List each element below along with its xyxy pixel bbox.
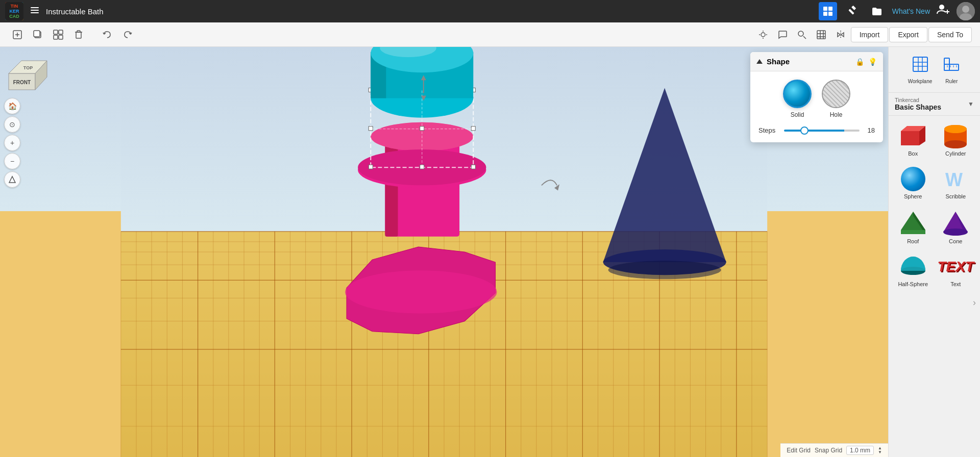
svg-point-34 <box>798 31 803 36</box>
svg-text:TOP: TOP <box>23 65 33 70</box>
svg-rect-171 <box>901 230 925 234</box>
grid-icon-button[interactable] <box>812 26 830 44</box>
svg-point-17 <box>962 6 969 13</box>
svg-point-13 <box>939 5 944 10</box>
shape-item-cylinder[interactable]: Cylinder <box>937 121 975 160</box>
svg-rect-23 <box>34 31 40 37</box>
header-bar: TIN KER CAD Instructable Bath <box>0 0 980 22</box>
svg-rect-136 <box>471 165 475 169</box>
steps-value: 18 <box>865 126 875 134</box>
redo-button[interactable] <box>118 26 137 44</box>
svg-rect-11 <box>851 6 856 10</box>
whats-new-link[interactable]: What's New <box>892 7 930 15</box>
text-shape-icon: TEXT <box>941 255 970 279</box>
shape-item-box[interactable]: Box <box>894 121 933 160</box>
hole-option[interactable]: Hole <box>822 80 850 118</box>
solid-option[interactable]: Solid <box>783 80 812 118</box>
mirror-icon-button[interactable] <box>831 26 850 44</box>
svg-rect-133 <box>471 126 475 131</box>
scribble-label: Scribble <box>945 193 966 199</box>
shapes-title: Basic Shapes <box>895 103 941 111</box>
ruler-icon <box>942 55 961 77</box>
shapes-grid: Box Cylinder Sphere W <box>889 116 980 295</box>
workplane-button[interactable]: Workplane <box>905 52 936 87</box>
solid-label: Solid <box>791 111 804 118</box>
perspective-button[interactable] <box>4 171 20 188</box>
sphere-shape-icon <box>901 167 925 191</box>
ruler-label: Ruler <box>945 79 958 84</box>
svg-rect-8 <box>828 7 832 11</box>
scroll-down-icon[interactable]: › <box>973 297 976 308</box>
shape-item-roof[interactable]: Roof <box>894 207 933 247</box>
comment-icon-button[interactable] <box>773 26 792 44</box>
orbit-button[interactable]: ⊙ <box>4 116 20 133</box>
shape-item-cone[interactable]: Cone <box>937 207 975 247</box>
panel-collapse-button[interactable] <box>756 59 763 64</box>
shape-item-sphere[interactable]: Sphere <box>894 164 933 202</box>
svg-rect-150 <box>913 57 927 71</box>
svg-rect-134 <box>369 165 373 169</box>
panel-bulb-icon[interactable]: 💡 <box>868 58 877 66</box>
workplane-label: Workplane <box>908 79 933 84</box>
undo-button[interactable] <box>98 26 116 44</box>
search-icon-button[interactable] <box>793 26 811 44</box>
home-view-button[interactable]: 🏠 <box>4 98 20 114</box>
light-icon-button[interactable] <box>754 26 772 44</box>
viewport[interactable]: FRONT TOP 🏠 ⊙ + − <box>0 47 888 457</box>
zoom-in-button[interactable]: + <box>4 135 20 151</box>
shape-panel: Shape 🔒 💡 Solid Hole Steps <box>750 52 883 142</box>
snap-arrows[interactable]: ▲ ▼ <box>878 446 882 454</box>
tinkercad-label: Tinkercad <box>895 97 941 103</box>
scribble-shape-icon: W <box>941 167 970 191</box>
shape-item-scribble[interactable]: W Scribble <box>937 164 975 202</box>
svg-line-35 <box>803 36 806 39</box>
edit-grid-button[interactable]: Edit Grid <box>787 447 811 454</box>
import-button[interactable]: Import <box>851 27 889 42</box>
view-controls: 🏠 ⊙ + − <box>4 98 20 188</box>
roof-shape-icon <box>899 210 927 236</box>
view-cube[interactable]: FRONT TOP <box>6 53 52 99</box>
svg-rect-28 <box>76 32 81 38</box>
tinkercad-logo[interactable]: TIN KER CAD <box>5 2 23 20</box>
svg-rect-12 <box>848 9 854 14</box>
box-shape-icon <box>899 124 927 148</box>
solid-circle <box>783 80 812 108</box>
duplicate-button[interactable] <box>29 26 47 44</box>
files-button[interactable] <box>868 2 886 20</box>
user-avatar[interactable] <box>957 2 975 20</box>
menu-icon[interactable] <box>30 5 40 18</box>
cylinder-label: Cylinder <box>945 150 966 157</box>
workplane-icon <box>911 55 929 77</box>
svg-rect-36 <box>817 31 825 39</box>
right-panel: Workplane Ruler <box>888 47 980 457</box>
snap-grid-label: Snap Grid <box>815 447 842 454</box>
svg-rect-26 <box>54 35 58 39</box>
svg-marker-43 <box>841 33 844 37</box>
zoom-out-button[interactable]: − <box>4 153 20 169</box>
scroll-indicator: › <box>889 295 980 310</box>
panel-title: Shape <box>767 57 851 66</box>
header-right: What's New <box>819 2 975 20</box>
build-button[interactable] <box>843 2 862 20</box>
hole-label: Hole <box>830 111 843 118</box>
shape-item-half-sphere[interactable]: Half-Sphere <box>894 251 933 290</box>
send-to-button[interactable]: Send To <box>928 27 972 42</box>
grid-view-button[interactable] <box>819 2 837 20</box>
ruler-button[interactable]: Ruler <box>939 52 964 87</box>
shape-item-text[interactable]: TEXT Text <box>937 251 975 290</box>
group-button[interactable] <box>49 26 67 44</box>
new-button[interactable] <box>8 26 27 44</box>
right-panel-tools: Workplane Ruler <box>889 47 980 93</box>
add-user-button[interactable] <box>936 3 950 20</box>
panel-lock-icon[interactable]: 🔒 <box>855 58 864 66</box>
svg-rect-9 <box>823 12 827 16</box>
export-button[interactable]: Export <box>889 27 927 42</box>
svg-rect-27 <box>59 35 63 39</box>
delete-button[interactable] <box>69 26 88 44</box>
half-sphere-label: Half-Sphere <box>898 281 928 287</box>
shapes-header: Tinkercad Basic Shapes ▼ <box>889 93 980 116</box>
toolbar-right: Import Export Send To <box>754 26 972 44</box>
shapes-dropdown-arrow[interactable]: ▼ <box>968 100 974 108</box>
cone-shape-icon <box>941 210 970 236</box>
steps-slider[interactable] <box>784 130 860 132</box>
